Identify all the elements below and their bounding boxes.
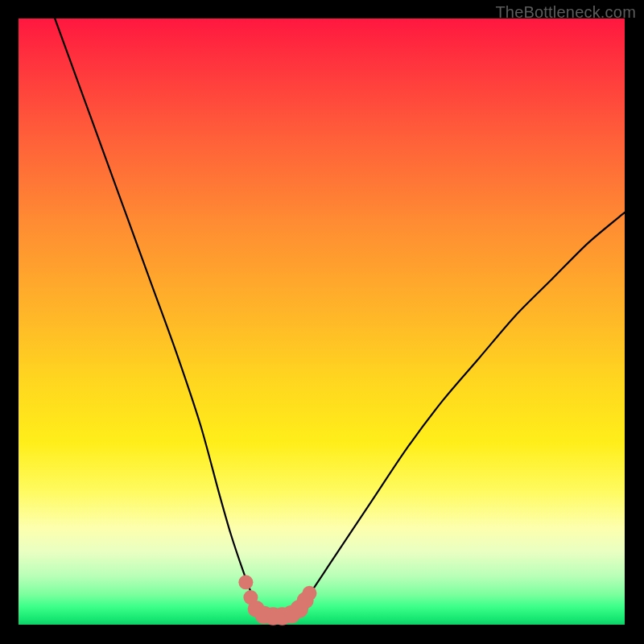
watermark-text: TheBottleneck.com (495, 3, 636, 22)
bottleneck-curve (55, 19, 625, 616)
chart-stage: TheBottleneck.com (0, 0, 644, 644)
trough-marker (302, 586, 316, 601)
trough-marker (238, 575, 253, 589)
plot-area (19, 19, 625, 625)
trough-marker-group (238, 575, 316, 625)
chart-svg (19, 19, 625, 625)
